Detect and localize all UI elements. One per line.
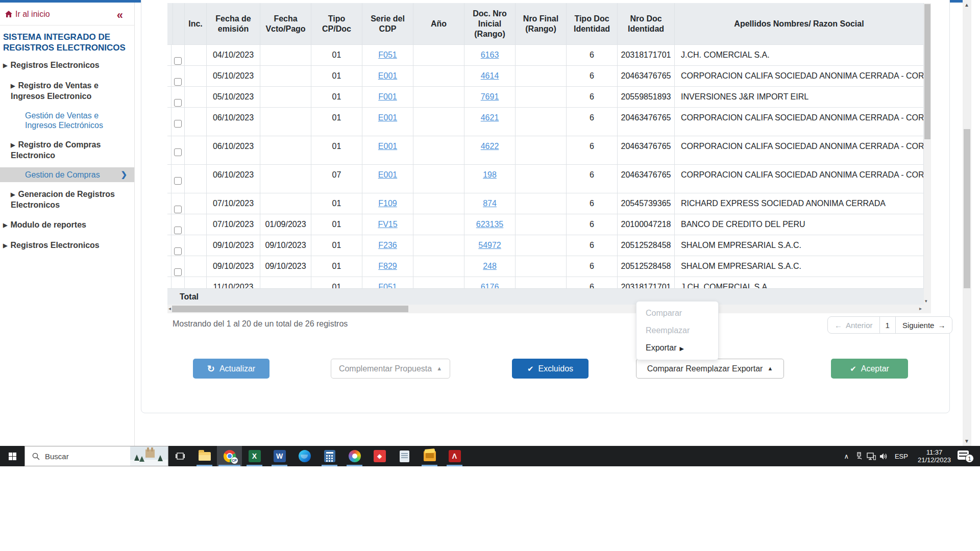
task-view-button[interactable] (168, 446, 192, 466)
taskbar-app-calculator[interactable] (317, 446, 342, 466)
sidebar-item-0[interactable]: ▶Registros Electronicos (0, 55, 134, 76)
language-indicator[interactable]: ESP (892, 453, 911, 460)
sidebar-item-label: Registros Electronicos (10, 61, 99, 69)
speaker-icon[interactable] (879, 453, 888, 460)
row-checkbox[interactable] (174, 177, 182, 185)
network-icon[interactable] (867, 453, 876, 460)
document-link[interactable]: 198 (483, 170, 497, 180)
document-link[interactable]: E001 (378, 170, 397, 180)
scroll-right-icon[interactable]: ▸ (919, 306, 922, 311)
document-link[interactable]: E001 (378, 113, 397, 122)
table-rows: 04/10/202301F0516163620318171701J.CH. CO… (167, 45, 924, 288)
row-checkbox[interactable] (174, 57, 182, 65)
excluidos-button[interactable]: ✔ Excluidos (512, 359, 589, 379)
table-vertical-scrollbar[interactable]: ▾ (924, 3, 931, 305)
chevron-right-icon: ❯ (120, 169, 127, 179)
row-checkbox[interactable] (174, 78, 182, 86)
row-checkbox[interactable] (174, 120, 182, 128)
taskbar-app-red-app[interactable]: ◆ (367, 446, 392, 466)
pagination-next[interactable]: Siguiente→ (896, 317, 952, 333)
document-link[interactable]: F236 (378, 241, 397, 250)
pagination-previous[interactable]: ←Anterior (828, 317, 880, 333)
aceptar-button[interactable]: ✔ Aceptar (831, 359, 908, 379)
actualizar-button[interactable]: ↻ Actualizar (193, 359, 270, 379)
taskbar: Buscar CPXW◆Λ ∧ ESP 11:37 21/12/2023 (0, 446, 980, 466)
document-link[interactable]: E001 (378, 71, 397, 81)
collapse-sidebar-icon[interactable]: « (117, 9, 123, 22)
start-button[interactable] (0, 446, 24, 466)
window-scrollbar-thumb[interactable] (964, 129, 970, 288)
table-vertical-scrollbar-thumb[interactable] (924, 4, 930, 139)
horizontal-scrollbar[interactable]: ◂ ▸ (167, 305, 924, 313)
sidebar-item-1[interactable]: ▶Registro de Ventas e Ingresos Electroni… (0, 76, 134, 106)
usb-icon[interactable] (855, 452, 863, 460)
search-icon (32, 453, 40, 460)
document-link[interactable]: 248 (483, 262, 497, 271)
taskbar-app-file-explorer[interactable] (192, 446, 217, 466)
row-checkbox[interactable] (174, 268, 182, 276)
table-cell (167, 235, 172, 256)
table-row-6: 07/10/202301F109874620545739365RICHARD E… (167, 193, 924, 214)
taskbar-app-excel[interactable]: X (242, 446, 267, 466)
complementar-propuesta-button[interactable]: Complementar Propuesta▲ (331, 359, 450, 379)
sidebar-item-2[interactable]: Gestión de Ventas e Ingresos Electrónico… (0, 106, 134, 135)
pagination-page-1[interactable]: 1 (880, 317, 896, 333)
document-link[interactable]: 874 (483, 199, 497, 208)
document-link[interactable]: 4614 (481, 71, 499, 81)
document-link[interactable]: F109 (378, 199, 397, 208)
scroll-up-icon[interactable]: ▲ (964, 2, 969, 8)
comparar-reemplazar-exportar-button[interactable]: Comparar Reemplazar Exportar▲ (636, 359, 784, 379)
taskbar-app-chrome[interactable]: CP (217, 446, 242, 466)
document-link[interactable]: 623135 (476, 220, 503, 229)
expand-arrow-icon: ▶ (11, 191, 15, 197)
document-link[interactable]: FV15 (378, 220, 397, 229)
sidebar-item-6[interactable]: ▶Modulo de reportes (0, 215, 134, 235)
taskbar-app-notes[interactable] (392, 446, 417, 466)
scroll-down-icon[interactable]: ▾ (925, 298, 927, 304)
search-highlight-image[interactable] (130, 446, 168, 466)
menu-item-exportar[interactable]: Exportar▶ (636, 339, 718, 357)
home-link[interactable]: Ir al inicio « (0, 3, 134, 26)
taskbar-app-acrobat[interactable]: Λ (442, 446, 467, 466)
document-link[interactable]: F051 (378, 51, 397, 60)
row-checkbox[interactable] (174, 227, 182, 234)
row-checkbox[interactable] (174, 99, 182, 107)
table-cell: 20463476765 (618, 136, 675, 164)
document-link[interactable]: 4622 (481, 142, 499, 151)
column-header-doc-nro-inicial-rango-: Doc. Nro Inicial (Rango) (464, 3, 516, 44)
table-cell: 06/10/2023 (207, 136, 260, 164)
document-link[interactable]: 6163 (481, 51, 499, 60)
taskbar-app-paint[interactable] (342, 446, 367, 466)
document-link[interactable]: F001 (378, 92, 397, 102)
document-link[interactable]: 4621 (481, 113, 499, 122)
taskbar-app-word[interactable]: W (267, 446, 292, 466)
table-cell: SHALOM EMPRESARIAL S.A.C. (675, 235, 924, 256)
sidebar-item-4[interactable]: Gestion de Compras❯ (0, 167, 134, 182)
table-cell: 874 (464, 193, 516, 214)
clock[interactable]: 11:37 21/12/2023 (915, 448, 954, 464)
sidebar-item-label: Generacion de Registros Electronicos (11, 190, 115, 209)
taskbar-app-yellow-app[interactable] (417, 446, 442, 466)
tray-expand-icon[interactable]: ∧ (841, 453, 851, 460)
document-link[interactable]: E001 (378, 142, 397, 151)
sidebar-item-7[interactable]: ▶Registros Electronicos (0, 235, 134, 256)
scroll-down-icon[interactable]: ▼ (964, 438, 969, 444)
sidebar-item-5[interactable]: ▶Generacion de Registros Electronicos (0, 184, 134, 215)
open-app-indicator (347, 465, 362, 466)
window-scrollbar[interactable]: ▲ ▼ (963, 0, 971, 446)
document-link[interactable]: 7691 (481, 92, 499, 102)
row-checkbox[interactable] (174, 148, 182, 156)
document-link[interactable]: F829 (378, 262, 397, 271)
taskbar-search[interactable]: Buscar (24, 446, 168, 466)
taskbar-app-edge[interactable] (292, 446, 317, 466)
document-link[interactable]: 6176 (481, 283, 499, 288)
scroll-left-icon[interactable]: ◂ (168, 306, 171, 311)
horizontal-scrollbar-thumb[interactable] (172, 306, 408, 312)
document-link[interactable]: 54972 (478, 241, 501, 250)
row-checkbox[interactable] (174, 206, 182, 213)
notification-center-button[interactable]: 1 (958, 449, 973, 463)
row-checkbox[interactable] (174, 247, 182, 255)
document-link[interactable]: F051 (378, 283, 397, 288)
sidebar-item-3[interactable]: ▶Registro de Compras Electronico (0, 135, 134, 165)
table-cell: INVERSIONES J&R IMPORT EIRL (675, 87, 924, 107)
